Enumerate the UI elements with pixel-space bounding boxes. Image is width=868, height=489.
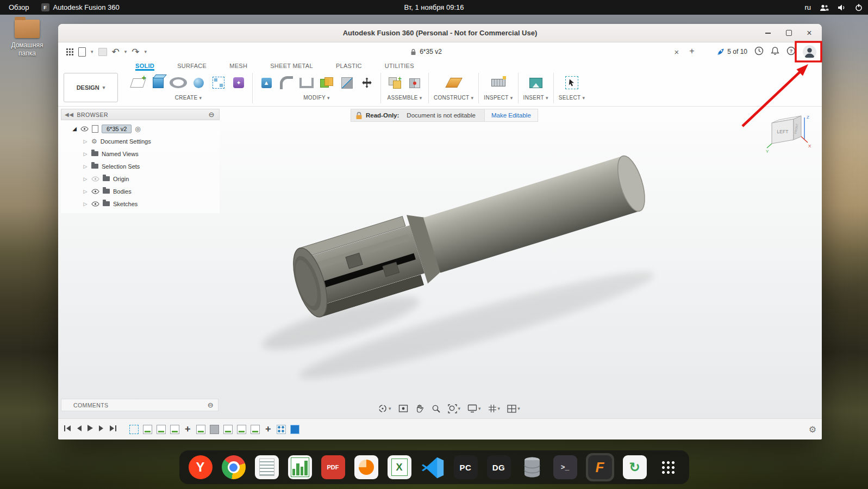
- browser-item-label[interactable]: Origin: [113, 176, 129, 182]
- pan-icon[interactable]: [415, 404, 424, 413]
- play-icon[interactable]: [87, 424, 93, 434]
- activities-button[interactable]: Обзор: [9, 3, 29, 11]
- dock-pdf-viewer[interactable]: PDF: [321, 455, 346, 480]
- minimize-panel-icon[interactable]: ⊖: [209, 110, 219, 119]
- new-component-icon[interactable]: +: [386, 74, 403, 91]
- assemble-dropdown[interactable]: ASSEMBLE▾: [387, 95, 422, 101]
- save-icon[interactable]: [98, 46, 107, 58]
- dock-database-tool[interactable]: [520, 455, 545, 480]
- construction-plane-icon[interactable]: [445, 74, 463, 91]
- expander-icon[interactable]: ▷: [83, 139, 88, 144]
- dock-pycharm[interactable]: PC: [453, 455, 478, 480]
- caret-down-icon[interactable]: ▾: [498, 406, 501, 411]
- caret-down-icon[interactable]: ▾: [458, 406, 461, 411]
- pattern-icon[interactable]: [210, 74, 227, 91]
- viewcube-left-face[interactable]: LEFT: [777, 129, 789, 134]
- fillet-icon[interactable]: [278, 74, 295, 91]
- window-titlebar[interactable]: Autodesk Fusion 360 (Personal - Not for …: [58, 24, 822, 42]
- caret-down-icon[interactable]: ▾: [145, 49, 147, 54]
- browser-row-origin[interactable]: ▷ Origin: [61, 172, 220, 185]
- model-viewport[interactable]: Read-Only: Document is not editable Make…: [58, 107, 822, 418]
- volume-icon[interactable]: [838, 4, 846, 11]
- timeline-feature-sketch-icon[interactable]: [223, 425, 233, 434]
- inspect-dropdown[interactable]: INSPECT▾: [484, 95, 513, 101]
- skip-to-end-icon[interactable]: [109, 424, 117, 434]
- move-copy-icon[interactable]: [358, 74, 376, 91]
- keyboard-layout-indicator[interactable]: ru: [804, 3, 811, 11]
- history-clock-icon[interactable]: [754, 46, 764, 58]
- fit-icon[interactable]: ▾: [448, 404, 461, 413]
- create-form-icon[interactable]: ✦: [230, 74, 247, 91]
- display-settings-icon[interactable]: ▾: [467, 404, 481, 413]
- dock-libreoffice-calc[interactable]: [288, 455, 313, 480]
- caret-down-icon[interactable]: ▾: [478, 406, 481, 411]
- workspace-selector[interactable]: DESIGN ▾: [64, 73, 118, 102]
- comments-panel[interactable]: COMMENTS ⊖: [61, 399, 218, 411]
- browser-row-named-views[interactable]: ▷ Named Views: [61, 147, 220, 160]
- focused-app-name[interactable]: Autodesk Fusion 360: [53, 3, 120, 11]
- expander-icon[interactable]: ▷: [83, 176, 88, 182]
- view-cube[interactable]: LEFT FRONT Z Y X: [765, 112, 813, 154]
- insert-dropdown[interactable]: INSERT▾: [523, 95, 548, 101]
- eye-icon[interactable]: [80, 126, 89, 132]
- timeline-feature-body-icon[interactable]: [210, 425, 219, 434]
- maximize-button[interactable]: [784, 28, 794, 38]
- new-tab-icon[interactable]: +: [686, 46, 697, 57]
- tab-solid[interactable]: SOLID: [135, 63, 154, 71]
- file-icon[interactable]: [78, 46, 86, 58]
- create-sketch-icon[interactable]: +: [129, 74, 147, 91]
- select-cursor-icon[interactable]: [563, 74, 580, 91]
- timeline-feature-active-icon[interactable]: [290, 425, 299, 434]
- extrude-icon[interactable]: [149, 74, 167, 91]
- browser-row-sketches[interactable]: ▷ Sketches: [61, 197, 220, 210]
- insert-canvas-icon[interactable]: [527, 74, 545, 91]
- browser-root-label[interactable]: 6*35 v2: [102, 125, 132, 133]
- focused-app-menu[interactable]: F Autodesk Fusion 360: [41, 3, 120, 11]
- browser-item-label[interactable]: Document Settings: [101, 138, 151, 145]
- timeline-feature-sketch-icon[interactable]: [157, 425, 166, 434]
- user-avatar[interactable]: [803, 45, 816, 59]
- step-back-icon[interactable]: [76, 424, 82, 434]
- tab-surface[interactable]: SURFACE: [177, 63, 207, 71]
- zoom-icon[interactable]: [432, 404, 441, 413]
- eye-hidden-icon[interactable]: [91, 176, 99, 182]
- orbit-icon[interactable]: ▾: [378, 404, 391, 413]
- browser-root-row[interactable]: ◢ 6*35 v2 ◎: [61, 122, 220, 135]
- sweep-icon[interactable]: [190, 74, 207, 91]
- collapse-panel-icon[interactable]: ◀◀: [61, 112, 77, 117]
- caret-down-icon[interactable]: ▾: [124, 49, 127, 54]
- expander-open-icon[interactable]: ◢: [72, 126, 77, 132]
- browser-row-selection-sets[interactable]: ▷ Selection Sets: [61, 160, 220, 172]
- document-tab[interactable]: 6*35 v2: [391, 42, 461, 61]
- look-at-icon[interactable]: [398, 404, 408, 413]
- browser-item-label[interactable]: Selection Sets: [102, 163, 140, 170]
- browser-item-label[interactable]: Named Views: [102, 151, 139, 157]
- viewports-icon[interactable]: ▾: [507, 405, 520, 413]
- minimize-panel-icon[interactable]: ⊖: [208, 401, 218, 409]
- timeline-feature-sketch-icon[interactable]: [251, 425, 260, 434]
- timeline-feature-sketch-icon[interactable]: [170, 425, 179, 434]
- job-status[interactable]: 5 of 10: [716, 47, 747, 56]
- dock-yandex-browser[interactable]: Y: [188, 455, 213, 480]
- users-icon[interactable]: [820, 4, 829, 11]
- tab-sheet-metal[interactable]: SHEET METAL: [270, 63, 313, 71]
- tab-plastic[interactable]: PLASTIC: [336, 63, 362, 71]
- help-icon[interactable]: ?: [786, 46, 796, 58]
- modify-dropdown[interactable]: MODIFY▾: [303, 95, 330, 101]
- browser-header[interactable]: ◀◀ BROWSER ⊖: [61, 109, 220, 120]
- timeline-feature-move-icon[interactable]: ✛: [184, 425, 192, 434]
- construct-dropdown[interactable]: CONSTRUCT▾: [434, 95, 473, 101]
- combine-icon[interactable]: [318, 74, 335, 91]
- minimize-button[interactable]: [763, 28, 773, 38]
- clock[interactable]: Вт, 1 ноября 09:16: [404, 3, 464, 11]
- dock-terminal[interactable]: >_: [553, 455, 578, 480]
- dock-software-updater[interactable]: ↻: [622, 455, 647, 480]
- skip-to-start-icon[interactable]: [64, 424, 71, 434]
- step-forward-icon[interactable]: [98, 424, 104, 434]
- tab-mesh[interactable]: MESH: [229, 63, 247, 71]
- create-dropdown[interactable]: CREATE▾: [175, 95, 202, 101]
- shell-icon[interactable]: [298, 74, 315, 91]
- press-pull-icon[interactable]: ▲: [258, 74, 275, 91]
- dock-text-editor[interactable]: [254, 455, 279, 480]
- expander-icon[interactable]: ▷: [83, 201, 88, 207]
